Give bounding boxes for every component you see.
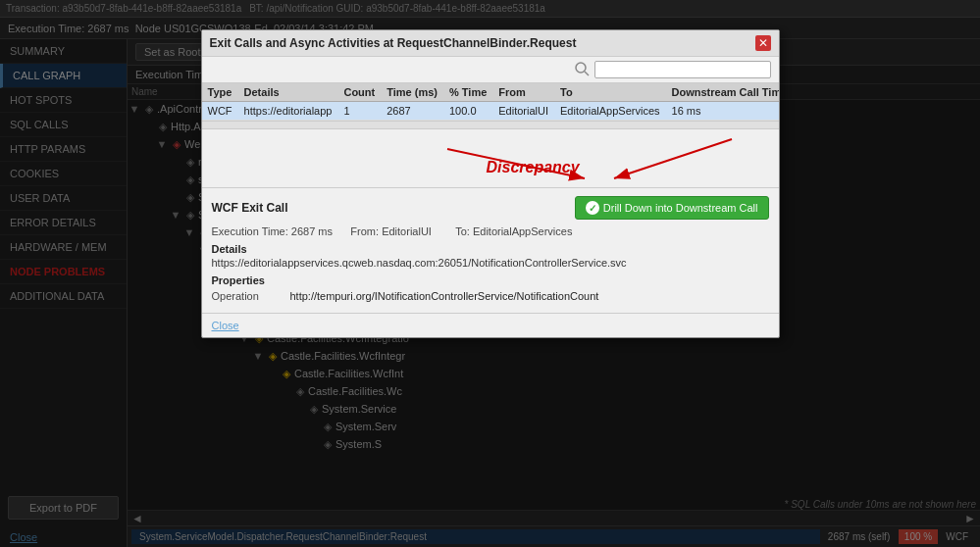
modal-footer: Close bbox=[202, 313, 779, 337]
cell-downstream-time: 16 ms bbox=[666, 102, 779, 121]
modal-table-container: Type Details Count Time (ms) % Time From… bbox=[202, 83, 779, 121]
wcf-header: WCF Exit Call Drill Down into Downstream… bbox=[212, 196, 769, 220]
wcf-from-label: From: bbox=[350, 225, 379, 237]
discrepancy-annotation: Discrepancy bbox=[202, 128, 779, 187]
exit-calls-modal: Exit Calls and Async Activities at Reque… bbox=[201, 29, 780, 338]
wcf-title: WCF Exit Call bbox=[212, 201, 288, 215]
svg-line-1 bbox=[585, 72, 589, 75]
cell-details: https://editorialapp bbox=[238, 102, 338, 121]
col-details[interactable]: Details bbox=[238, 83, 338, 102]
col-to[interactable]: To bbox=[554, 83, 666, 102]
wcf-operation-key: Operation bbox=[212, 290, 290, 302]
wcf-from-val: EditorialUI bbox=[382, 225, 432, 237]
svg-point-0 bbox=[576, 63, 586, 73]
cell-time-ms: 2687 bbox=[381, 102, 443, 121]
modal-header: Exit Calls and Async Activities at Reque… bbox=[202, 30, 779, 57]
wcf-exec-info: Execution Time: 2687 ms From: EditorialU… bbox=[212, 225, 769, 237]
wcf-operation-row: Operation http://tempuri.org/INotificati… bbox=[212, 290, 769, 302]
modal-close-button[interactable]: ✕ bbox=[755, 35, 771, 51]
cell-pct-time: 100.0 bbox=[443, 102, 492, 121]
col-type[interactable]: Type bbox=[202, 83, 238, 102]
wcf-exit-call-section: WCF Exit Call Drill Down into Downstream… bbox=[202, 187, 779, 313]
modal-close-footer-link[interactable]: Close bbox=[212, 320, 239, 331]
modal-overlay: Exit Calls and Async Activities at Reque… bbox=[0, 0, 980, 547]
col-time-ms[interactable]: Time (ms) bbox=[381, 83, 443, 102]
discrepancy-label: Discrepancy bbox=[487, 159, 580, 176]
modal-search-bar bbox=[202, 57, 779, 83]
table-horizontal-scrollbar[interactable] bbox=[202, 121, 779, 128]
exit-calls-table: Type Details Count Time (ms) % Time From… bbox=[202, 83, 779, 121]
cell-to: EditorialAppServices bbox=[554, 102, 666, 121]
wcf-details-label: Details bbox=[212, 243, 769, 255]
search-icon bbox=[575, 62, 591, 77]
drill-down-button[interactable]: Drill Down into Downstream Call bbox=[575, 196, 769, 220]
col-count[interactable]: Count bbox=[337, 83, 381, 102]
modal-search-input[interactable] bbox=[594, 61, 771, 78]
col-pct-time[interactable]: % Time bbox=[443, 83, 492, 102]
wcf-properties-label: Properties bbox=[212, 274, 769, 286]
wcf-to-label: To: bbox=[455, 225, 470, 237]
wcf-to-val: EditorialAppServices bbox=[473, 225, 573, 237]
wcf-operation-val: http://tempuri.org/INotificationControll… bbox=[290, 290, 599, 302]
table-row[interactable]: WCF https://editorialapp 1 2687 100.0 Ed… bbox=[202, 102, 779, 121]
wcf-exec-time: Execution Time: 2687 ms bbox=[212, 225, 334, 237]
svg-line-4 bbox=[614, 139, 732, 178]
col-from[interactable]: From bbox=[492, 83, 554, 102]
modal-title: Exit Calls and Async Activities at Reque… bbox=[210, 36, 577, 50]
col-downstream[interactable]: Downstream Call Time (ms) bbox=[666, 83, 779, 102]
cell-from: EditorialUI bbox=[492, 102, 554, 121]
cell-count: 1 bbox=[337, 102, 381, 121]
wcf-url: https://editorialappservices.qcweb.nasda… bbox=[212, 257, 769, 269]
cell-type: WCF bbox=[202, 102, 238, 121]
